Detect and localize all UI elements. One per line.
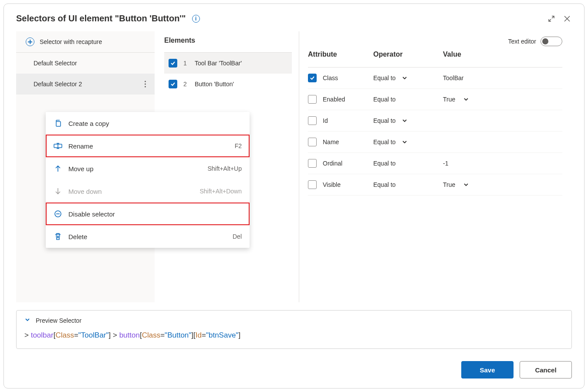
attributes-panel: Text editor Attribute Operator Value Cla… bbox=[299, 31, 562, 302]
operator-dropdown[interactable]: Equal to bbox=[373, 139, 443, 145]
operator-dropdown[interactable]: Equal to bbox=[373, 117, 443, 124]
value-cell[interactable]: True bbox=[443, 96, 562, 103]
trash-icon bbox=[54, 232, 62, 241]
attribute-checkbox[interactable] bbox=[308, 159, 317, 168]
element-row[interactable]: 2Button 'Button' bbox=[164, 74, 292, 95]
text-editor-label: Text editor bbox=[508, 38, 536, 45]
attribute-name: Name bbox=[323, 139, 339, 145]
attribute-row: EnabledEqual toTrue bbox=[308, 89, 562, 110]
chevron-down-icon bbox=[402, 75, 408, 81]
ctx-move-up[interactable]: Move up Shift+Alt+Up bbox=[46, 157, 250, 180]
element-index: 2 bbox=[183, 81, 189, 88]
chevron-down-icon bbox=[463, 182, 469, 188]
value-cell[interactable]: True bbox=[443, 181, 562, 188]
attribute-row: NameEqual to bbox=[308, 132, 562, 153]
info-icon[interactable]: i bbox=[192, 15, 200, 23]
svg-rect-0 bbox=[56, 122, 61, 126]
chevron-down-icon[interactable] bbox=[24, 317, 30, 324]
preview-selector-string: > toolbar[Class="ToolBar"] > button[Clas… bbox=[24, 331, 564, 340]
preview-heading: Preview Selector bbox=[36, 317, 81, 324]
attribute-checkbox[interactable] bbox=[308, 138, 317, 146]
col-attribute: Attribute bbox=[308, 51, 373, 58]
selector-list-item[interactable]: Default Selector bbox=[16, 53, 155, 74]
cancel-button[interactable]: Cancel bbox=[520, 361, 572, 378]
arrow-down-icon bbox=[54, 187, 62, 196]
text-editor-toggle[interactable] bbox=[541, 37, 562, 46]
attribute-row: ClassEqual toToolBar bbox=[308, 68, 562, 89]
selector-context-menu: Create a copy Rename F2 Move up Shift+Al… bbox=[46, 112, 250, 248]
more-options-icon[interactable] bbox=[143, 79, 148, 89]
operator-dropdown[interactable]: Equal to bbox=[373, 181, 443, 188]
expand-icon[interactable] bbox=[547, 14, 556, 24]
chevron-down-icon bbox=[402, 118, 408, 124]
element-checkbox[interactable] bbox=[169, 59, 177, 68]
plus-circle-icon bbox=[26, 37, 34, 46]
elements-heading: Elements bbox=[164, 37, 195, 44]
dialog-header: Selectors of UI element "Button 'Button'… bbox=[16, 14, 572, 31]
attribute-name: Class bbox=[323, 74, 338, 81]
element-index: 1 bbox=[183, 60, 189, 67]
recapture-label: Selector with recapture bbox=[40, 38, 102, 45]
disable-icon bbox=[54, 210, 62, 218]
attribute-checkbox[interactable] bbox=[308, 74, 317, 82]
attribute-checkbox[interactable] bbox=[308, 180, 317, 189]
ctx-delete[interactable]: Delete Del bbox=[46, 225, 250, 248]
element-label: Tool Bar 'ToolBar' bbox=[195, 60, 242, 67]
ctx-rename[interactable]: Rename F2 bbox=[46, 135, 250, 157]
dialog-footer: Save Cancel bbox=[16, 361, 572, 378]
value-cell[interactable]: ToolBar bbox=[443, 74, 562, 81]
operator-dropdown[interactable]: Equal to bbox=[373, 96, 443, 103]
ctx-move-down: Move down Shift+Alt+Down bbox=[46, 180, 250, 203]
attribute-name: Enabled bbox=[323, 96, 345, 103]
attribute-name: Ordinal bbox=[323, 160, 342, 167]
element-label: Button 'Button' bbox=[195, 81, 234, 88]
selector-list-item[interactable]: Default Selector 2 bbox=[16, 74, 155, 95]
element-checkbox[interactable] bbox=[169, 80, 177, 88]
attribute-name: Visible bbox=[323, 181, 341, 188]
dialog-title: Selectors of UI element "Button 'Button'… bbox=[16, 14, 186, 24]
selector-item-label: Default Selector bbox=[34, 60, 77, 67]
copy-icon bbox=[54, 119, 62, 128]
ctx-disable-selector[interactable]: Disable selector bbox=[46, 203, 250, 225]
attribute-name: Id bbox=[323, 117, 328, 124]
chevron-down-icon bbox=[463, 96, 469, 102]
save-button[interactable]: Save bbox=[461, 361, 514, 378]
attribute-checkbox[interactable] bbox=[308, 116, 317, 125]
attribute-row: VisibleEqual toTrue bbox=[308, 174, 562, 196]
selector-builder-dialog: Selectors of UI element "Button 'Button'… bbox=[3, 3, 585, 389]
selector-with-recapture-button[interactable]: Selector with recapture bbox=[16, 31, 155, 53]
operator-dropdown[interactable]: Equal to bbox=[373, 74, 443, 81]
attribute-row: IdEqual to bbox=[308, 110, 562, 132]
preview-selector-box: Preview Selector > toolbar[Class="ToolBa… bbox=[16, 310, 572, 349]
value-cell[interactable]: -1 bbox=[443, 160, 562, 167]
rename-icon bbox=[54, 142, 62, 150]
close-icon[interactable] bbox=[562, 14, 572, 24]
ctx-create-copy[interactable]: Create a copy bbox=[46, 112, 250, 135]
element-row[interactable]: 1Tool Bar 'ToolBar' bbox=[164, 53, 292, 74]
selector-item-label: Default Selector 2 bbox=[34, 81, 82, 88]
attribute-row: OrdinalEqual to-1 bbox=[308, 153, 562, 174]
chevron-down-icon bbox=[402, 139, 408, 145]
arrow-up-icon bbox=[54, 164, 62, 173]
col-operator: Operator bbox=[373, 51, 443, 58]
attribute-checkbox[interactable] bbox=[308, 95, 317, 104]
operator-dropdown[interactable]: Equal to bbox=[373, 160, 443, 167]
col-value: Value bbox=[443, 51, 562, 58]
